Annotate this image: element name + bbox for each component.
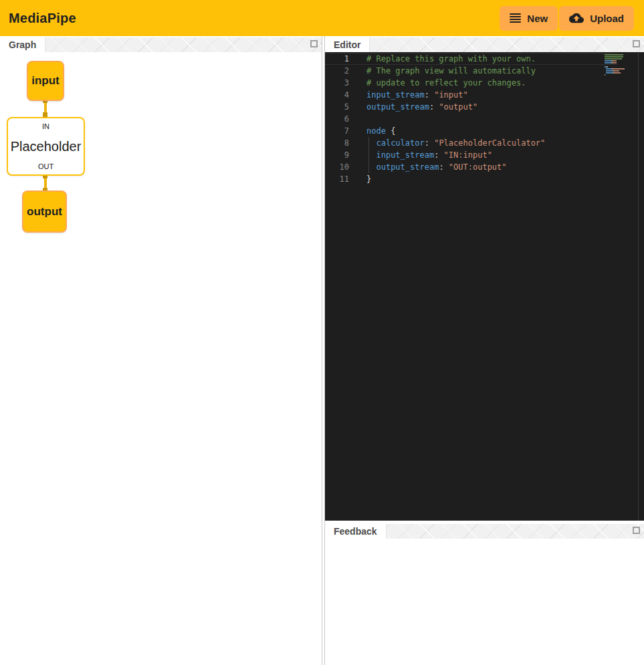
right-column: Editor 1# Replace this graph with your o… — [325, 36, 644, 665]
code-token: "output" — [439, 102, 477, 112]
code-line[interactable]: 8 calculator: "PlaceholderCalculator" — [325, 137, 617, 149]
code-token: # update to reflect your changes. — [366, 78, 526, 88]
editor-lines: 1# Replace this graph with your own.2# T… — [325, 53, 617, 185]
code-token: { — [386, 126, 395, 136]
line-number: 11 — [325, 173, 349, 185]
code-token: : — [434, 150, 443, 160]
editor-minimap[interactable] — [605, 54, 629, 76]
minimap-line — [605, 72, 629, 74]
code-token — [366, 150, 376, 160]
graph-tabbar: Graph — [0, 37, 322, 52]
code-line-content: # update to reflect your changes. — [366, 77, 526, 89]
code-token: : — [425, 138, 434, 148]
editor-maximize-icon[interactable] — [633, 40, 640, 47]
code-token: } — [366, 174, 371, 184]
line-number: 4 — [325, 89, 349, 101]
code-line[interactable]: 3# update to reflect your changes. — [325, 77, 617, 89]
code-token — [366, 162, 376, 172]
app-header: MediaPipe New Upload — [0, 0, 644, 36]
editor-tabbar: Editor — [325, 37, 644, 52]
code-line[interactable]: 2# The graph view will automatically — [325, 65, 617, 77]
node-output-label: output — [27, 205, 62, 219]
minimap-line — [605, 60, 629, 61]
feedback-content — [325, 539, 644, 665]
upload-button[interactable]: Upload — [559, 6, 634, 31]
code-token: node — [366, 126, 386, 136]
code-token: input_stream — [376, 150, 434, 160]
minimap-line — [605, 58, 629, 59]
graph-node-placeholder[interactable]: IN Placeholder OUT — [7, 117, 85, 176]
port-out-label: OUT — [38, 162, 53, 170]
port-connector — [43, 112, 47, 117]
line-number: 8 — [325, 137, 349, 149]
code-token: : — [429, 102, 439, 112]
minimap-line — [605, 62, 629, 63]
code-line-content: } — [366, 173, 371, 185]
minimap-line — [605, 70, 629, 72]
code-line-content: node { — [366, 125, 395, 137]
code-line[interactable]: 4input_stream: "input" — [325, 89, 617, 101]
line-number: 5 — [325, 101, 349, 113]
graph-maximize-icon[interactable] — [310, 40, 318, 47]
minimap-line — [605, 68, 629, 70]
code-line-content: input_stream: "input" — [366, 89, 468, 101]
feedback-panel: Feedback — [325, 524, 644, 665]
code-line[interactable]: 6 — [325, 113, 617, 125]
code-line-content: # Replace this graph with your own. — [366, 53, 536, 65]
tab-feedback[interactable]: Feedback — [325, 524, 387, 539]
line-number: 6 — [325, 113, 349, 125]
code-token: "PlaceholderCalculator" — [434, 138, 545, 148]
code-line[interactable]: 7node { — [325, 125, 617, 137]
tab-editor-label: Editor — [334, 39, 360, 50]
line-number: 1 — [325, 53, 349, 65]
code-token: input_stream — [366, 90, 425, 100]
code-token: "input" — [434, 90, 468, 100]
upload-button-label: Upload — [590, 13, 624, 24]
line-number: 2 — [325, 65, 349, 77]
minimap-line — [605, 64, 629, 65]
code-line[interactable]: 5output_stream: "output" — [325, 101, 617, 113]
line-number: 10 — [325, 161, 349, 173]
code-token: # The graph view will automatically — [366, 66, 536, 76]
new-button[interactable]: New — [500, 6, 558, 31]
code-line-content: output_stream: "OUT:output" — [366, 161, 507, 173]
code-line[interactable]: 11} — [325, 173, 617, 185]
node-placeholder-label: Placeholder — [11, 139, 82, 154]
graph-node-output[interactable]: output — [22, 190, 67, 233]
minimap-line — [605, 54, 629, 55]
port-in-label: IN — [42, 122, 49, 130]
menu-lines-icon — [510, 13, 521, 23]
feedback-maximize-icon[interactable] — [633, 527, 640, 534]
code-line-content: output_stream: "output" — [366, 101, 477, 113]
app-title: MediaPipe — [9, 11, 76, 26]
code-editor[interactable]: 1# Replace this graph with your own.2# T… — [325, 52, 644, 521]
new-button-label: New — [527, 13, 548, 24]
tab-graph[interactable]: Graph — [0, 37, 45, 52]
code-token: output_stream — [366, 102, 429, 112]
editor-scrollbar-separator — [638, 52, 639, 521]
code-line[interactable]: 1# Replace this graph with your own. — [325, 53, 617, 65]
line-number: 3 — [325, 77, 349, 89]
graph-canvas[interactable]: input IN Placeholder OUT output — [0, 52, 322, 665]
code-line-content: calculator: "PlaceholderCalculator" — [366, 137, 545, 149]
code-token: : — [439, 162, 448, 172]
tab-graph-label: Graph — [9, 39, 36, 50]
code-line-content: input_stream: "IN:input" — [366, 149, 492, 161]
code-token — [366, 138, 376, 148]
tab-editor[interactable]: Editor — [325, 37, 370, 52]
code-line-content: # The graph view will automatically — [366, 65, 536, 77]
minimap-line — [605, 74, 629, 76]
cloud-upload-icon — [569, 11, 584, 25]
code-token: # Replace this graph with your own. — [366, 54, 536, 63]
code-line[interactable]: 9 input_stream: "IN:input" — [325, 149, 617, 161]
main-area: Graph input IN Placeholder OUT output — [0, 36, 644, 665]
node-input-label: input — [31, 74, 60, 88]
graph-node-input[interactable]: input — [27, 61, 64, 101]
header-buttons: New Upload — [500, 6, 634, 31]
tab-feedback-label: Feedback — [334, 526, 377, 537]
graph-panel: Graph input IN Placeholder OUT output — [0, 36, 322, 665]
code-token: calculator — [376, 138, 424, 148]
minimap-line — [605, 66, 629, 68]
code-token: : — [425, 90, 434, 100]
code-line[interactable]: 10 output_stream: "OUT:output" — [325, 161, 617, 173]
